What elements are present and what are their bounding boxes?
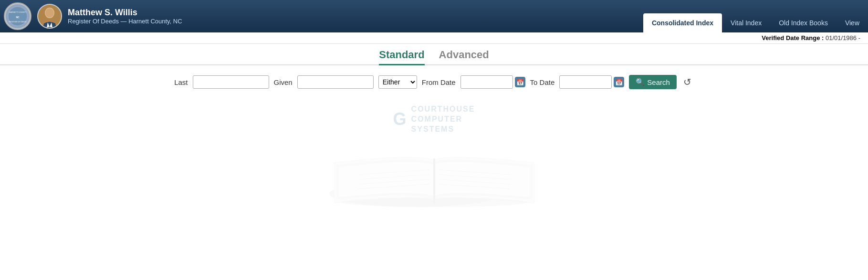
- user-name: Matthew S. Willis: [68, 8, 182, 18]
- verified-bar: Verified Date Range : 01/01/1986 -: [0, 32, 868, 44]
- nav-tabs: Consolidated Index Vital Index Old Index…: [643, 0, 868, 32]
- user-title: Register Of Deeds — Harnett County, NC: [68, 18, 182, 25]
- reset-icon: ↺: [681, 76, 694, 88]
- search-button[interactable]: 🔍 Search: [629, 75, 677, 89]
- search-row: Last Given Either Grantor Grantee From D…: [0, 71, 868, 95]
- to-date-label: To Date: [530, 78, 555, 86]
- logo-line3: SYSTEMS: [411, 124, 454, 135]
- to-date-input[interactable]: [559, 75, 612, 89]
- nav-tab-consolidated-index[interactable]: Consolidated Index: [643, 13, 722, 32]
- from-date-input[interactable]: [460, 75, 513, 89]
- svg-text:HARNETT COUNTY: HARNETT COUNTY: [9, 11, 27, 13]
- header-name-block: Matthew S. Willis Register Of Deeds — Ha…: [68, 8, 182, 25]
- verified-value: 01/01/1986 -: [826, 34, 860, 41]
- svg-text:REGISTER OF DEEDS: REGISTER OF DEEDS: [9, 21, 27, 23]
- header-left: HARNETT COUNTY NC REGISTER OF DEEDS Matt…: [0, 2, 182, 30]
- search-icon: 🔍: [636, 78, 645, 86]
- logo-line1: COURTHOUSE: [411, 104, 475, 114]
- from-date-label: From Date: [422, 78, 456, 86]
- search-button-label: Search: [647, 78, 670, 86]
- watermark-logo: G COURTHOUSE COMPUTER SYSTEMS: [393, 104, 475, 134]
- avatar: [37, 4, 62, 29]
- nav-tab-old-index-books[interactable]: Old Index Books: [770, 13, 837, 32]
- tab-standard[interactable]: Standard: [379, 49, 424, 65]
- svg-point-17: [341, 197, 527, 207]
- tab-advanced[interactable]: Advanced: [439, 49, 489, 65]
- given-label: Given: [274, 78, 293, 86]
- svg-text:NC: NC: [16, 16, 20, 19]
- calendar-icon-2: 📅: [614, 77, 624, 87]
- logo-line2: COMPUTER: [411, 114, 463, 124]
- calendar-icon: 📅: [515, 77, 525, 87]
- app-header: HARNETT COUNTY NC REGISTER OF DEEDS Matt…: [0, 0, 868, 32]
- watermark-area: G COURTHOUSE COMPUTER SYSTEMS: [0, 104, 868, 210]
- search-tabs-row: Standard Advanced: [0, 44, 868, 65]
- nav-tab-view[interactable]: View: [837, 13, 868, 32]
- logo-g-letter: G: [393, 109, 408, 129]
- from-date-calendar-button[interactable]: 📅: [515, 77, 525, 87]
- to-date-calendar-button[interactable]: 📅: [614, 77, 624, 87]
- svg-point-6: [45, 8, 54, 18]
- verified-label: Verified Date Range :: [762, 34, 824, 41]
- given-input[interactable]: [297, 75, 374, 89]
- either-select[interactable]: Either Grantor Grantee: [378, 75, 417, 89]
- last-label: Last: [174, 78, 188, 86]
- book-image: [320, 124, 549, 210]
- reset-button[interactable]: ↺: [681, 76, 694, 88]
- county-seal: HARNETT COUNTY NC REGISTER OF DEEDS: [4, 2, 31, 30]
- nav-tab-vital-index[interactable]: Vital Index: [722, 13, 770, 32]
- last-input[interactable]: [193, 75, 269, 89]
